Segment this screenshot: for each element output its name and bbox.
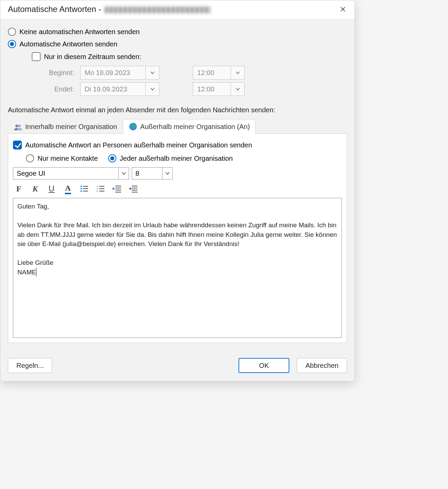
radio-label: Keine automatischen Antworten senden <box>19 28 140 36</box>
italic-icon: K <box>32 184 38 193</box>
tab-label: Innerhalb meiner Organisation <box>25 123 117 131</box>
title-prefix: Automatische Antworten - <box>8 4 103 14</box>
end-time-row: Endet: Di 19.09.2023 12:00 <box>45 82 347 96</box>
chevron-down-icon <box>231 66 244 79</box>
end-date-combo[interactable]: Di 19.09.2023 <box>80 82 159 96</box>
close-button[interactable] <box>337 3 349 15</box>
svg-rect-12 <box>99 186 104 187</box>
svg-rect-19 <box>132 186 138 186</box>
underline-button[interactable]: U <box>46 184 57 194</box>
button-label: Regeln... <box>16 362 44 370</box>
bullet-list-icon <box>80 185 88 192</box>
radio-contacts-only[interactable]: Nur meine Kontakte <box>26 154 98 162</box>
font-color-button[interactable]: A <box>63 184 73 194</box>
format-toolbar: F K U A 123 <box>13 183 342 198</box>
svg-rect-7 <box>83 188 88 189</box>
checkbox-icon <box>32 52 41 61</box>
font-size-select[interactable]: 8 <box>132 167 173 179</box>
radio-send-auto-replies[interactable]: Automatische Antworten senden <box>8 38 347 50</box>
instruction-text: Automatische Antwort einmal an jeden Abs… <box>8 106 347 114</box>
outdent-icon <box>113 185 121 192</box>
globe-icon <box>129 122 138 131</box>
ok-button[interactable]: OK <box>239 358 289 373</box>
svg-rect-22 <box>132 192 138 192</box>
chevron-down-icon <box>145 66 159 79</box>
chevron-down-icon <box>231 83 244 96</box>
indent-icon <box>129 185 138 192</box>
svg-point-1 <box>18 125 21 127</box>
font-controls: Segoe UI 8 <box>13 167 342 179</box>
svg-point-3 <box>81 186 82 187</box>
svg-rect-21 <box>132 190 138 190</box>
svg-point-0 <box>15 125 18 127</box>
indent-button[interactable] <box>128 184 139 194</box>
bullet-list-button[interactable] <box>79 184 89 194</box>
svg-rect-13 <box>99 188 104 189</box>
svg-rect-18 <box>115 192 121 192</box>
outdent-button[interactable] <box>112 184 122 194</box>
window-title: Automatische Antworten - <box>8 4 211 14</box>
checkbox-label: Nur in diesem Zeitraum senden: <box>44 53 141 61</box>
svg-rect-6 <box>83 186 88 187</box>
font-name-select[interactable]: Segoe UI <box>13 167 129 179</box>
end-label: Endet: <box>45 85 74 93</box>
start-time-combo[interactable]: 12:00 <box>193 66 245 80</box>
checkbox-icon <box>13 141 22 149</box>
start-time-value: 12:00 <box>193 66 231 79</box>
svg-text:3: 3 <box>97 190 98 192</box>
end-time-combo[interactable]: 12:00 <box>193 82 245 96</box>
underline-icon: U <box>48 184 54 193</box>
tab-inside-organization[interactable]: Innerhalb meiner Organisation <box>8 120 123 133</box>
start-time-row: Beginnt: Mo 18.09.2023 12:00 <box>45 66 347 80</box>
bold-button[interactable]: F <box>14 184 24 194</box>
svg-rect-20 <box>132 188 138 188</box>
svg-point-4 <box>81 188 82 189</box>
dialog-content: Keine automatischen Antworten senden Aut… <box>0 19 355 350</box>
radio-icon <box>26 154 34 162</box>
bold-icon: F <box>16 184 21 193</box>
radio-icon <box>8 40 16 48</box>
radio-icon <box>8 28 16 36</box>
people-icon <box>14 123 23 131</box>
font-color-icon: A <box>65 184 71 194</box>
start-date-combo[interactable]: Mo 18.09.2023 <box>80 66 159 80</box>
close-icon <box>340 6 346 12</box>
cancel-button[interactable]: Abbrechen <box>297 358 347 373</box>
radio-no-auto-replies[interactable]: Keine automatischen Antworten senden <box>8 26 347 38</box>
message-editor[interactable]: Guten Tag, Vielen Dank für Ihre Mail. Ic… <box>13 198 342 338</box>
chevron-down-icon <box>118 168 129 179</box>
radio-icon <box>108 154 116 162</box>
numbered-list-button[interactable]: 123 <box>96 184 106 194</box>
svg-point-5 <box>81 190 82 192</box>
account-name-redacted <box>105 6 211 13</box>
font-size-value: 8 <box>132 168 162 179</box>
svg-rect-17 <box>115 190 121 190</box>
checkbox-reply-outside[interactable]: Automatische Antwort an Personen außerha… <box>13 139 342 152</box>
start-date-value: Mo 18.09.2023 <box>81 66 145 79</box>
font-name-value: Segoe UI <box>13 168 118 179</box>
svg-rect-8 <box>83 191 88 191</box>
checkbox-only-timerange[interactable]: Nur in diesem Zeitraum senden: <box>32 50 347 63</box>
button-label: OK <box>259 362 269 370</box>
radio-label: Automatische Antworten senden <box>19 40 117 48</box>
audience-options: Nur meine Kontakte Jeder außerhalb meine… <box>26 154 342 162</box>
svg-rect-16 <box>115 188 121 188</box>
svg-rect-14 <box>99 191 104 191</box>
tab-outside-organization[interactable]: Außerhalb meiner Organisation (An) <box>123 119 256 134</box>
dialog-footer: Regeln... OK Abbrechen <box>0 350 355 381</box>
end-date-value: Di 19.09.2023 <box>81 83 145 96</box>
button-label: Abbrechen <box>305 362 338 370</box>
checkbox-label: Automatische Antwort an Personen außerha… <box>25 141 252 149</box>
automatic-replies-dialog: Automatische Antworten - Keine automatis… <box>0 0 355 382</box>
numbered-list-icon: 123 <box>97 185 105 192</box>
rules-button[interactable]: Regeln... <box>8 358 52 373</box>
start-label: Beginnt: <box>45 69 74 77</box>
titlebar: Automatische Antworten - <box>0 0 355 19</box>
chevron-down-icon <box>145 83 159 96</box>
tab-panel-outside: Automatische Antwort an Personen außerha… <box>8 134 347 343</box>
radio-everyone-outside[interactable]: Jeder außerhalb meiner Organisation <box>108 154 233 162</box>
radio-label: Jeder außerhalb meiner Organisation <box>120 155 233 162</box>
tab-label: Außerhalb meiner Organisation (An) <box>140 123 250 131</box>
radio-label: Nur meine Kontakte <box>38 155 98 162</box>
italic-button[interactable]: K <box>30 184 40 194</box>
